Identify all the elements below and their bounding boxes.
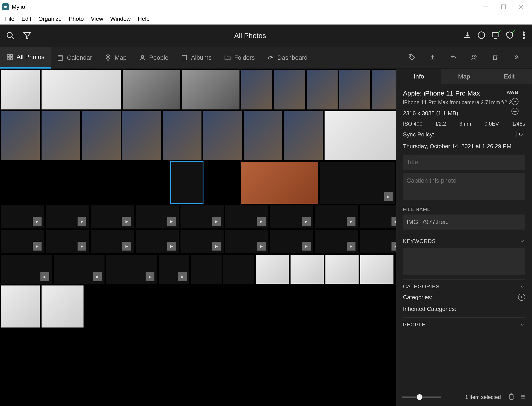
thumbnail-selected[interactable] [171, 162, 203, 204]
protect-button[interactable]: ✓ [505, 31, 514, 40]
thumbnail-video[interactable]: ▶ [91, 205, 134, 228]
close-button[interactable] [512, 1, 530, 13]
nav-people[interactable]: People [133, 47, 175, 69]
photo-grid[interactable]: ▶ ▶ ▶ ▶ ▶ ▶ ▶ ▶ ▶ ▶ ▶ ▶ ▶ ▶ [0, 69, 396, 406]
thumbnail[interactable] [223, 255, 254, 284]
thumbnail-video[interactable]: ▶ [320, 162, 395, 204]
menu-edit[interactable]: Edit [18, 14, 35, 24]
thumbnail-video[interactable]: ▶ [360, 205, 396, 228]
expand-button[interactable] [512, 54, 520, 62]
thumbnail-video[interactable]: ▶ [225, 205, 268, 228]
thumbnail[interactable] [325, 111, 396, 160]
thumbnail-video[interactable]: ▶ [181, 230, 224, 253]
nav-dashboard[interactable]: Dashboard [261, 47, 314, 69]
export-button[interactable] [429, 54, 436, 62]
thumbnail-video[interactable]: ▶ [54, 255, 105, 284]
nav-calendar[interactable]: Calendar [51, 47, 98, 69]
thumbnail-video[interactable]: ▶ [181, 205, 224, 228]
clipboard-button[interactable] [508, 393, 515, 401]
thumbnail-video[interactable]: ▶ [136, 230, 179, 253]
menu-organize[interactable]: Organize [35, 14, 65, 24]
thumbnail[interactable] [82, 111, 121, 160]
slider-knob[interactable] [417, 394, 422, 400]
thumbnail[interactable] [203, 111, 242, 160]
thumbnail[interactable] [1, 285, 40, 327]
target-icon[interactable]: ✶ [511, 98, 518, 105]
nav-albums[interactable]: Albums [175, 47, 218, 69]
thumbnail[interactable] [241, 70, 272, 109]
thumbnail-video[interactable]: ▶ [270, 230, 313, 253]
people-tag-button[interactable] [471, 54, 478, 62]
caption-input[interactable] [403, 173, 525, 200]
thumbnail[interactable] [241, 162, 318, 204]
menu-view[interactable]: View [87, 14, 107, 24]
thumbnail-video[interactable]: ▶ [225, 230, 268, 253]
thumbnail[interactable] [1, 70, 40, 109]
thumbnail[interactable] [1, 111, 40, 160]
list-view-button[interactable] [519, 393, 526, 401]
details-tab-map[interactable]: Map [441, 69, 486, 84]
thumbnail[interactable] [291, 255, 324, 284]
menu-help[interactable]: Help [134, 14, 153, 24]
thumbnail[interactable] [191, 255, 222, 284]
delete-button[interactable] [492, 54, 499, 62]
thumbnail-video[interactable]: ▶ [1, 255, 52, 284]
camera-icon[interactable]: ◎ [511, 108, 518, 115]
search-button[interactable] [4, 29, 17, 42]
menu-window[interactable]: Window [107, 14, 134, 24]
devices-button[interactable]: ✓ [491, 31, 500, 40]
thumbnail-video[interactable]: ▶ [360, 230, 396, 253]
thumbnail[interactable]: ▶ [159, 255, 189, 284]
thumbnail-video[interactable]: ▶ [136, 205, 179, 228]
thumbnail[interactable] [339, 70, 370, 109]
menu-photo[interactable]: Photo [65, 14, 87, 24]
thumbnail[interactable] [325, 255, 359, 284]
undo-button[interactable] [450, 54, 457, 62]
filter-button[interactable] [21, 29, 34, 42]
minimize-button[interactable] [477, 1, 495, 13]
add-category-button[interactable]: + [518, 294, 525, 301]
keywords-box[interactable] [403, 248, 525, 275]
nav-folders[interactable]: Folders [218, 47, 261, 69]
thumbnail[interactable] [123, 70, 180, 109]
zoom-slider[interactable] [402, 397, 441, 398]
tag-button[interactable] [408, 54, 415, 62]
thumbnail-video[interactable]: ▶ [46, 205, 89, 228]
thumbnail[interactable] [256, 255, 289, 284]
thumbnail[interactable] [360, 255, 393, 284]
thumbnail-video[interactable]: ▶ [270, 205, 313, 228]
menu-file[interactable]: File [1, 14, 18, 24]
title-input[interactable] [403, 155, 525, 170]
categories-section[interactable]: CATEGORIES [403, 279, 525, 294]
maximize-button[interactable] [495, 1, 512, 13]
thumbnail[interactable] [182, 70, 239, 109]
keywords-section[interactable]: KEYWORDS [403, 234, 525, 248]
import-button[interactable] [463, 31, 472, 40]
thumbnail-video[interactable]: ▶ [91, 230, 134, 253]
comment-button[interactable] [477, 31, 486, 40]
nav-all-photos[interactable]: All Photos [0, 47, 51, 69]
thumbnail-video[interactable]: ▶ [315, 205, 358, 228]
thumbnail[interactable] [372, 70, 396, 109]
thumbnail[interactable] [42, 285, 84, 327]
thumbnail[interactable] [163, 111, 202, 160]
thumbnail[interactable] [284, 111, 323, 160]
thumbnail[interactable] [42, 111, 80, 160]
thumbnail[interactable] [274, 70, 305, 109]
thumbnail-video[interactable]: ▶ [315, 230, 358, 253]
more-button[interactable] [519, 31, 528, 40]
thumbnail-video[interactable]: ▶ [46, 230, 89, 253]
thumbnail[interactable] [42, 70, 121, 109]
thumbnail[interactable] [244, 111, 282, 160]
thumbnail[interactable] [307, 70, 338, 109]
people-section[interactable]: PEOPLE [403, 317, 525, 332]
thumbnail-video[interactable]: ▶ [106, 255, 157, 284]
filename-input[interactable] [403, 215, 525, 230]
details-tab-edit[interactable]: Edit [487, 69, 532, 84]
sync-policy-badge[interactable]: O [517, 131, 525, 138]
thumbnail-video[interactable]: ▶ [1, 230, 44, 253]
thumbnail[interactable] [122, 111, 161, 160]
nav-map[interactable]: Map [98, 47, 133, 69]
thumbnail-video[interactable]: ▶ [1, 205, 44, 228]
details-tab-info[interactable]: Info [396, 69, 441, 84]
